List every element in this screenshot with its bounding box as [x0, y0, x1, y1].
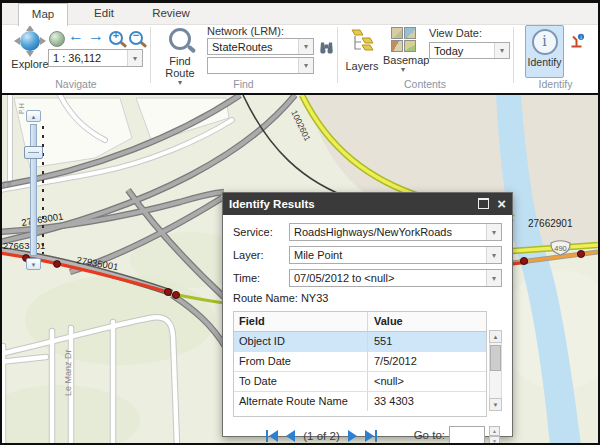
layers-icon [349, 27, 376, 54]
view-date-select[interactable]: Today ▾ [429, 42, 510, 59]
zoom-slider-thumb[interactable] [24, 146, 43, 159]
scroll-up-icon[interactable]: ▲ [489, 330, 502, 343]
last-page-button[interactable] [365, 430, 377, 442]
spinner-down-icon[interactable]: ▼ [489, 436, 500, 445]
table-header-row: Field Value [234, 312, 486, 332]
table-rows: Object ID551From Date7/5/2012To Date<nul… [234, 332, 486, 411]
forward-arrow-icon[interactable]: → [88, 26, 104, 46]
zoom-slider-track[interactable] [30, 124, 37, 256]
group-separator [513, 27, 514, 83]
back-arrow-icon[interactable]: ← [68, 26, 84, 46]
chevron-down-icon: ▾ [486, 224, 501, 240]
scrollbar-track[interactable] [489, 343, 502, 398]
close-icon[interactable]: × [497, 198, 506, 210]
maximize-icon[interactable] [478, 198, 489, 211]
basemap-button[interactable]: Basemap ▾ [383, 27, 423, 73]
ribbon-tab-bar: Map Edit Review [2, 3, 598, 25]
svg-text:490: 490 [554, 244, 567, 253]
route-name-row: Route Name: NY33 [233, 292, 502, 304]
zoom-out-icon[interactable]: − [129, 31, 143, 45]
group-label-find: Find [150, 78, 337, 91]
route-name-label: Route Name: [233, 292, 298, 304]
group-label-identify: Identify [513, 78, 598, 91]
value-cell: 7/5/2012 [368, 352, 486, 371]
value-cell: 33 4303 [368, 392, 486, 411]
layers-label: Layers [342, 60, 382, 72]
field-cell: Object ID [234, 332, 368, 351]
zoom-slider-up-button[interactable]: ▲ [26, 110, 41, 122]
identify-button-label: Identify [526, 56, 563, 68]
field-cell: To Date [234, 372, 368, 391]
chevron-down-icon: ▾ [298, 58, 313, 73]
find-route-label: Find Route [157, 55, 203, 79]
network-select[interactable]: StateRoutes ▾ [207, 38, 314, 55]
group-label-contents: Contents [337, 78, 513, 91]
identify-results-dialog: Identify Results × Service: RoadsHighway… [222, 192, 513, 437]
scale-select[interactable]: 1 : 36,112 ▾ [48, 49, 143, 67]
value-cell: 551 [368, 332, 486, 351]
layers-button[interactable]: Layers [342, 27, 382, 72]
globe-icon[interactable] [49, 31, 65, 47]
attributes-table: Field Value Object ID551From Date7/5/201… [233, 311, 487, 417]
chevron-down-icon: ▾ [486, 270, 501, 286]
explore-button[interactable]: Explore [7, 26, 53, 78]
map-zoom-slider[interactable]: ▲ ▼ [22, 110, 48, 272]
route-id-label: 27662901 [528, 218, 573, 229]
service-row: Service: RoadsHighways/NewYorkRoads ▾ [233, 223, 502, 241]
identify-button[interactable]: i Identify [525, 25, 564, 78]
street-name-label: Dr [2, 179, 13, 190]
layer-select[interactable]: Mile Point ▾ [289, 246, 502, 264]
identify-route-tool-icon[interactable]: i [568, 33, 585, 54]
zoom-slider-ticks [42, 126, 44, 254]
service-label: Service: [233, 226, 289, 238]
pagination-bar: (1 of 2) Go to: ▲ ▼ [233, 426, 502, 445]
first-page-button[interactable] [266, 430, 278, 442]
column-header-field: Field [234, 312, 368, 331]
service-select[interactable]: RoadsHighways/NewYorkRoads ▾ [289, 223, 502, 241]
network-lrm-label: Network (LRM): [207, 25, 284, 37]
table-row[interactable]: From Date7/5/2012 [234, 352, 486, 372]
group-separator [150, 27, 151, 83]
route-input[interactable]: ▾ [207, 57, 314, 74]
zoom-slider-down-button[interactable]: ▼ [26, 258, 41, 270]
spinner-up-icon[interactable]: ▲ [489, 426, 500, 436]
explore-label: Explore [7, 58, 53, 70]
tab-edit[interactable]: Edit [78, 3, 130, 24]
value-cell: <null> [368, 372, 486, 391]
field-cell: Alternate Route Name [234, 392, 368, 411]
binoculars-icon[interactable] [318, 41, 335, 60]
table-scrollbar[interactable]: ▲ ▼ [489, 330, 502, 411]
table-row[interactable]: To Date<null> [234, 372, 486, 392]
street-name-label: Le Manz Dr [63, 349, 73, 396]
explore-compass-icon [15, 26, 45, 56]
page-indicator: (1 of 2) [303, 430, 339, 442]
dialog-body: Service: RoadsHighways/NewYorkRoads ▾ La… [223, 215, 512, 445]
tab-map[interactable]: Map [18, 3, 68, 26]
find-route-magnifier-icon [169, 28, 191, 50]
goto-spinner[interactable]: ▲ ▼ [489, 426, 500, 444]
zoom-in-icon[interactable]: + [109, 31, 123, 45]
attributes-table-area: Field Value Object ID551From Date7/5/201… [233, 311, 502, 417]
dialog-titlebar[interactable]: Identify Results × [223, 193, 512, 215]
time-select[interactable]: 07/05/2012 to <null> ▾ [289, 269, 502, 287]
table-row[interactable]: Object ID551 [234, 332, 486, 352]
layer-label: Layer: [233, 249, 289, 261]
goto-label: Go to: [414, 429, 445, 441]
dialog-title: Identify Results [229, 198, 315, 210]
table-row[interactable]: Alternate Route Name33 4303 [234, 392, 486, 411]
goto-page-input[interactable] [449, 426, 485, 444]
scroll-down-icon[interactable]: ▼ [489, 398, 502, 411]
chevron-down-icon: ▾ [494, 43, 509, 58]
time-label: Time: [233, 272, 289, 284]
chevron-down-icon: ▾ [127, 50, 142, 66]
scrollbar-thumb[interactable] [490, 345, 501, 371]
previous-page-button[interactable] [286, 430, 295, 442]
view-date-label: View Date: [429, 27, 482, 39]
group-label-navigate: Navigate [2, 78, 150, 91]
ribbon: Explore ← → + − 1 : 36,112 ▾ Navigate Fi… [2, 24, 598, 93]
next-page-button[interactable] [348, 430, 357, 442]
layer-row: Layer: Mile Point ▾ [233, 246, 502, 264]
chevron-down-icon: ▾ [383, 66, 423, 73]
tab-review[interactable]: Review [140, 3, 202, 24]
basemap-icon [391, 27, 416, 52]
